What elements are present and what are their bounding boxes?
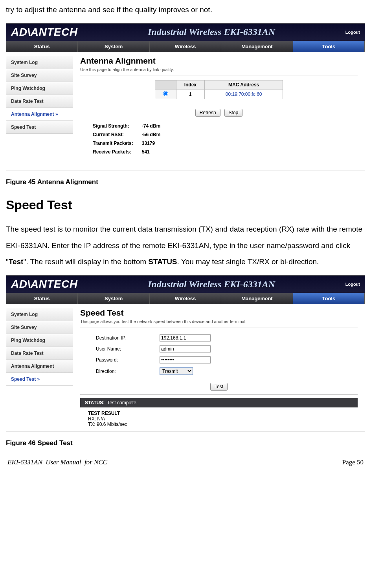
nav-system[interactable]: System	[78, 293, 149, 304]
sidebar-item-antenna-alignment[interactable]: Antenna Alignment	[6, 108, 73, 121]
sidebar-item-system-log[interactable]: System Log	[6, 308, 73, 321]
sidebar-item-antenna-alignment[interactable]: Antenna Alignment	[6, 360, 73, 373]
nav-status[interactable]: Status	[6, 293, 78, 304]
figure45-caption: Figure 45 Antenna Alignment	[0, 174, 371, 193]
result-rx: RX: N/A	[88, 416, 350, 422]
th-radio	[155, 80, 176, 89]
figure46-caption: Figure 46 Speed Test	[0, 435, 371, 454]
sidebar-item-ping-watchdog[interactable]: Ping Watchdog	[6, 82, 73, 95]
main-panel: Antenna Alignment Use this page to align…	[73, 52, 365, 170]
logout-link[interactable]: Logout	[345, 282, 360, 287]
nav-status[interactable]: Status	[6, 41, 78, 52]
row-radio[interactable]	[163, 91, 168, 96]
label-direction: Direction:	[93, 366, 156, 376]
logout-link[interactable]: Logout	[345, 30, 360, 35]
footer-left: EKI-6331AN_User Manual_for NCC	[7, 458, 107, 466]
sidebar-item-speed-test[interactable]: Speed Test	[6, 121, 73, 134]
password-input[interactable]	[160, 356, 211, 363]
sidebar-item-speed-test[interactable]: Speed Test	[6, 373, 73, 386]
main-nav: Status System Wireless Management Tools	[6, 293, 365, 304]
panel-subtitle: This page allows you test the network sp…	[80, 318, 358, 327]
nav-tools[interactable]: Tools	[293, 293, 365, 304]
speed-test-form: Destination IP: User Name: Password: Dir…	[92, 332, 215, 377]
sidebar-item-site-survey[interactable]: Site Survey	[6, 321, 73, 334]
stat-label: Current RSSI:	[89, 131, 137, 139]
sidebar: System Log Site Survey Ping Watchdog Dat…	[6, 52, 73, 170]
figure46-screenshot: AD\ANTECH Industrial Wireless EKI-6331AN…	[6, 275, 365, 431]
stat-label: Receive Packets:	[89, 148, 137, 156]
label-password: Password:	[93, 355, 156, 365]
nav-management[interactable]: Management	[221, 41, 293, 52]
button-row: Refresh Stop	[80, 101, 358, 120]
table-row: 1 00:19:70:00:fc:60	[155, 89, 283, 99]
th-mac: MAC Address	[205, 80, 283, 89]
nav-management[interactable]: Management	[221, 293, 293, 304]
sidebar-item-data-rate[interactable]: Data Rate Test	[6, 347, 73, 360]
main-nav: Status System Wireless Management Tools	[6, 41, 365, 52]
row-index: 1	[176, 89, 204, 99]
result-tx: TX: 90.6 Mbits/sec	[88, 422, 350, 427]
refresh-button[interactable]: Refresh	[195, 109, 220, 117]
direction-select[interactable]: Trasmit	[160, 367, 193, 375]
figure45-screenshot: AD\ANTECH Industrial Wireless EKI-6331AN…	[6, 23, 365, 170]
speed-test-paragraph: The speed test is to monitor the current…	[0, 219, 371, 273]
top-bar: AD\ANTECH Industrial Wireless EKI-6331AN…	[6, 24, 365, 41]
main-panel: Speed Test This page allows you test the…	[73, 304, 365, 431]
sidebar-item-system-log[interactable]: System Log	[6, 56, 73, 69]
stat-value: 33179	[138, 139, 164, 147]
brand-logo: AD\ANTECH	[11, 26, 77, 38]
page-footer: EKI-6331AN_User Manual_for NCC Page 50	[6, 456, 365, 466]
stat-label: Transmit Packets:	[89, 139, 137, 147]
status-bar: STATUS: Test complete.	[80, 398, 358, 407]
dest-ip-input[interactable]	[160, 334, 211, 341]
brand-logo: AD\ANTECH	[11, 278, 77, 290]
sidebar-item-ping-watchdog[interactable]: Ping Watchdog	[6, 334, 73, 347]
label-dest-ip: Destination IP:	[93, 333, 156, 343]
nav-system[interactable]: System	[78, 41, 149, 52]
nav-wireless[interactable]: Wireless	[150, 41, 221, 52]
stat-value: 541	[138, 148, 164, 156]
panel-subtitle: Use this page to align the antenna by li…	[80, 66, 358, 75]
mac-table: Index MAC Address 1 00:19:70:00:fc:60	[155, 80, 283, 99]
row-mac: 00:19:70:00:fc:60	[205, 89, 283, 99]
username-input[interactable]	[160, 345, 211, 352]
nav-tools[interactable]: Tools	[293, 41, 365, 52]
test-button[interactable]: Test	[210, 383, 228, 391]
nav-wireless[interactable]: Wireless	[150, 293, 221, 304]
stat-value: -74 dBm	[138, 122, 164, 130]
product-title: Industrial Wireless EKI-6331AN	[148, 27, 275, 37]
speed-test-heading: Speed Test	[0, 193, 371, 219]
stat-value: -56 dBm	[138, 131, 164, 139]
product-title: Industrial Wireless EKI-6331AN	[148, 279, 275, 290]
sidebar: System Log Site Survey Ping Watchdog Dat…	[6, 304, 73, 431]
panel-title: Antenna Alignment	[80, 56, 358, 66]
stop-button[interactable]: Stop	[224, 109, 243, 117]
stats-table: Signal Strength:-74 dBm Current RSSI:-56…	[88, 121, 165, 157]
result-box: TEST RESULT RX: N/A TX: 90.6 Mbits/sec	[80, 407, 358, 431]
top-bar: AD\ANTECH Industrial Wireless EKI-6331AN…	[6, 276, 365, 293]
stat-label: Signal Strength:	[89, 122, 137, 130]
result-title: TEST RESULT	[88, 411, 350, 416]
sidebar-item-site-survey[interactable]: Site Survey	[6, 69, 73, 82]
intro-paragraph: try to adjust the antenna and see if the…	[0, 0, 371, 21]
label-username: User Name:	[93, 344, 156, 354]
th-index: Index	[176, 80, 204, 89]
panel-title: Speed Test	[80, 308, 358, 318]
button-row: Test	[80, 377, 358, 395]
footer-right: Page 50	[342, 458, 364, 466]
sidebar-item-data-rate[interactable]: Data Rate Test	[6, 95, 73, 108]
